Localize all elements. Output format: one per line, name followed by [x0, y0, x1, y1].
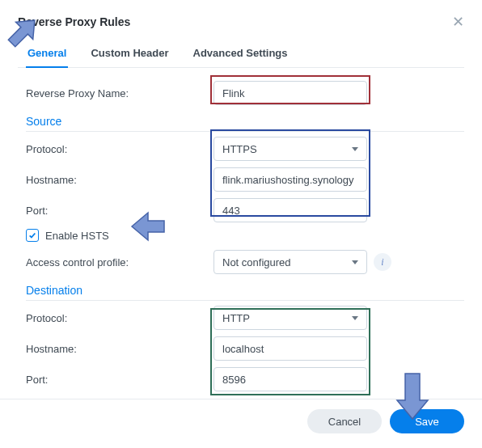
close-icon[interactable]: ✕: [452, 15, 464, 29]
dialog-title: Reverse Proxy Rules: [18, 15, 130, 28]
dialog-footer: Cancel Save: [0, 399, 482, 448]
source-port-label: Port:: [26, 205, 214, 217]
source-protocol-select[interactable]: HTTPS: [214, 137, 367, 161]
tab-general[interactable]: General: [26, 42, 68, 67]
access-control-profile-value: Not configured: [222, 256, 291, 268]
reverse-proxy-name-input[interactable]: [214, 81, 367, 105]
source-protocol-label: Protocol:: [26, 143, 214, 155]
chevron-down-icon: [352, 147, 358, 151]
chevron-down-icon: [352, 260, 358, 264]
reverse-proxy-name-label: Reverse Proxy Name:: [26, 87, 214, 99]
destination-hostname-label: Hostname:: [26, 343, 214, 355]
save-button[interactable]: Save: [390, 409, 464, 433]
access-control-profile-label: Access control profile:: [26, 256, 214, 268]
tab-custom-header[interactable]: Custom Header: [89, 42, 170, 67]
chevron-down-icon: [352, 316, 358, 320]
destination-port-label: Port:: [26, 374, 214, 386]
checkmark-icon: [28, 231, 36, 239]
source-protocol-value: HTTPS: [222, 143, 257, 155]
source-hostname-input[interactable]: [214, 167, 367, 192]
enable-hsts-checkbox[interactable]: [26, 229, 39, 242]
destination-port-input[interactable]: [214, 367, 367, 391]
info-icon[interactable]: i: [374, 253, 391, 271]
destination-protocol-label: Protocol:: [26, 312, 214, 324]
cancel-button[interactable]: Cancel: [307, 409, 382, 433]
destination-section-title: Destination: [26, 284, 464, 301]
tabs: General Custom Header Advanced Settings: [18, 42, 464, 68]
source-hostname-label: Hostname:: [26, 174, 214, 186]
destination-protocol-select[interactable]: HTTP: [214, 306, 367, 330]
source-section-title: Source: [26, 115, 464, 132]
tab-advanced-settings[interactable]: Advanced Settings: [192, 42, 290, 67]
access-control-profile-select[interactable]: Not configured: [214, 250, 367, 274]
destination-hostname-input[interactable]: [214, 336, 367, 361]
source-port-input[interactable]: [214, 198, 367, 222]
destination-protocol-value: HTTP: [222, 312, 250, 324]
enable-hsts-label: Enable HSTS: [45, 230, 109, 242]
